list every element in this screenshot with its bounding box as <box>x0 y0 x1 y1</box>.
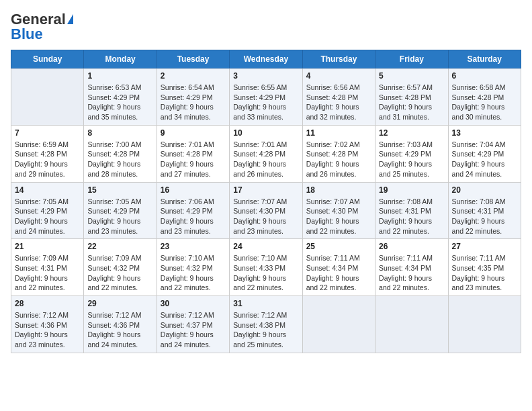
day-info: Sunrise: 7:05 AMSunset: 4:29 PMDaylight:… <box>87 197 152 236</box>
day-info: Sunrise: 7:02 AMSunset: 4:28 PMDaylight:… <box>306 140 371 179</box>
day-number: 31 <box>233 299 298 308</box>
day-info: Sunrise: 7:01 AMSunset: 4:28 PMDaylight:… <box>233 140 298 179</box>
calendar-week-row: 28Sunrise: 7:12 AMSunset: 4:36 PMDayligh… <box>11 296 521 353</box>
day-number: 23 <box>161 242 226 251</box>
day-number: 2 <box>161 71 226 81</box>
day-number: 14 <box>15 185 80 195</box>
day-number: 18 <box>306 185 371 195</box>
logo-triangle-icon <box>67 14 73 24</box>
calendar-week-row: 7Sunrise: 6:59 AMSunset: 4:28 PMDaylight… <box>11 125 521 182</box>
day-number: 28 <box>15 299 80 308</box>
day-number: 30 <box>161 299 226 308</box>
calendar-day-cell: 1Sunrise: 6:53 AMSunset: 4:29 PMDaylight… <box>84 68 157 126</box>
calendar-day-cell: 25Sunrise: 7:11 AMSunset: 4:34 PMDayligh… <box>302 239 375 296</box>
calendar-day-cell <box>448 296 521 353</box>
calendar-day-cell: 11Sunrise: 7:02 AMSunset: 4:28 PMDayligh… <box>302 125 375 182</box>
day-info: Sunrise: 6:55 AMSunset: 4:29 PMDaylight:… <box>233 83 298 122</box>
day-info: Sunrise: 7:03 AMSunset: 4:29 PMDaylight:… <box>379 140 444 179</box>
calendar-day-cell <box>302 296 375 353</box>
calendar-day-cell: 2Sunrise: 6:54 AMSunset: 4:29 PMDaylight… <box>157 68 229 126</box>
day-number: 5 <box>379 71 444 81</box>
calendar-day-cell: 7Sunrise: 6:59 AMSunset: 4:28 PMDaylight… <box>11 125 84 182</box>
calendar-day-cell <box>11 68 84 126</box>
calendar-day-cell: 28Sunrise: 7:12 AMSunset: 4:36 PMDayligh… <box>11 296 84 353</box>
day-info: Sunrise: 6:59 AMSunset: 4:28 PMDaylight:… <box>15 140 80 179</box>
calendar-day-cell: 19Sunrise: 7:08 AMSunset: 4:31 PMDayligh… <box>375 182 448 239</box>
day-number: 1 <box>87 71 152 81</box>
day-number: 20 <box>452 185 517 195</box>
calendar-day-cell: 4Sunrise: 6:56 AMSunset: 4:28 PMDaylight… <box>302 68 375 126</box>
day-number: 21 <box>15 242 80 251</box>
calendar-header: SundayMondayTuesdayWednesdayThursdayFrid… <box>11 50 521 68</box>
day-info: Sunrise: 7:12 AMSunset: 4:38 PMDaylight:… <box>233 310 298 350</box>
calendar-day-cell: 5Sunrise: 6:57 AMSunset: 4:28 PMDaylight… <box>375 68 448 126</box>
day-info: Sunrise: 7:12 AMSunset: 4:36 PMDaylight:… <box>15 310 80 350</box>
day-info: Sunrise: 7:07 AMSunset: 4:30 PMDaylight:… <box>233 197 298 236</box>
day-info: Sunrise: 6:56 AMSunset: 4:28 PMDaylight:… <box>306 83 371 122</box>
day-of-week-header: Monday <box>84 50 157 68</box>
day-info: Sunrise: 7:07 AMSunset: 4:30 PMDaylight:… <box>306 197 371 236</box>
logo: General Blue <box>11 11 73 43</box>
calendar-day-cell: 16Sunrise: 7:06 AMSunset: 4:29 PMDayligh… <box>157 182 229 239</box>
day-info: Sunrise: 7:00 AMSunset: 4:28 PMDaylight:… <box>87 140 152 179</box>
day-number: 3 <box>233 71 298 81</box>
day-number: 7 <box>15 128 80 138</box>
calendar-day-cell: 30Sunrise: 7:12 AMSunset: 4:37 PMDayligh… <box>157 296 229 353</box>
day-number: 11 <box>306 128 371 138</box>
calendar-day-cell: 9Sunrise: 7:01 AMSunset: 4:28 PMDaylight… <box>157 125 229 182</box>
calendar-day-cell: 22Sunrise: 7:09 AMSunset: 4:32 PMDayligh… <box>84 239 157 296</box>
day-number: 22 <box>87 242 152 251</box>
page-header: General Blue <box>11 11 521 43</box>
calendar-day-cell: 21Sunrise: 7:09 AMSunset: 4:31 PMDayligh… <box>11 239 84 296</box>
day-number: 13 <box>452 128 517 138</box>
calendar-day-cell <box>375 296 448 353</box>
day-info: Sunrise: 7:11 AMSunset: 4:34 PMDaylight:… <box>379 253 444 293</box>
day-number: 16 <box>161 185 226 195</box>
day-number: 4 <box>306 71 371 81</box>
calendar-day-cell: 10Sunrise: 7:01 AMSunset: 4:28 PMDayligh… <box>230 125 302 182</box>
day-number: 9 <box>161 128 226 138</box>
calendar-day-cell: 31Sunrise: 7:12 AMSunset: 4:38 PMDayligh… <box>230 296 302 353</box>
day-info: Sunrise: 7:12 AMSunset: 4:37 PMDaylight:… <box>161 310 226 350</box>
calendar-day-cell: 6Sunrise: 6:58 AMSunset: 4:28 PMDaylight… <box>448 68 521 126</box>
day-info: Sunrise: 7:10 AMSunset: 4:33 PMDaylight:… <box>233 253 298 293</box>
calendar-day-cell: 12Sunrise: 7:03 AMSunset: 4:29 PMDayligh… <box>375 125 448 182</box>
calendar-day-cell: 27Sunrise: 7:11 AMSunset: 4:35 PMDayligh… <box>448 239 521 296</box>
calendar-day-cell: 26Sunrise: 7:11 AMSunset: 4:34 PMDayligh… <box>375 239 448 296</box>
day-number: 6 <box>452 71 517 81</box>
days-of-week-row: SundayMondayTuesdayWednesdayThursdayFrid… <box>11 50 521 68</box>
day-number: 10 <box>233 128 298 138</box>
day-info: Sunrise: 6:57 AMSunset: 4:28 PMDaylight:… <box>379 83 444 122</box>
day-info: Sunrise: 6:58 AMSunset: 4:28 PMDaylight:… <box>452 83 517 122</box>
day-info: Sunrise: 7:08 AMSunset: 4:31 PMDaylight:… <box>379 197 444 236</box>
day-info: Sunrise: 7:11 AMSunset: 4:35 PMDaylight:… <box>452 253 517 293</box>
calendar-table: SundayMondayTuesdayWednesdayThursdayFrid… <box>11 50 521 353</box>
day-number: 24 <box>233 242 298 251</box>
day-of-week-header: Sunday <box>11 50 84 68</box>
day-number: 8 <box>87 128 152 138</box>
day-info: Sunrise: 7:12 AMSunset: 4:36 PMDaylight:… <box>87 310 152 350</box>
calendar-day-cell: 14Sunrise: 7:05 AMSunset: 4:29 PMDayligh… <box>11 182 84 239</box>
logo-blue-text: Blue <box>11 26 43 43</box>
day-of-week-header: Wednesday <box>230 50 302 68</box>
calendar-day-cell: 29Sunrise: 7:12 AMSunset: 4:36 PMDayligh… <box>84 296 157 353</box>
day-info: Sunrise: 7:08 AMSunset: 4:31 PMDaylight:… <box>452 197 517 236</box>
day-of-week-header: Saturday <box>448 50 521 68</box>
day-info: Sunrise: 7:04 AMSunset: 4:29 PMDaylight:… <box>452 140 517 179</box>
calendar-day-cell: 20Sunrise: 7:08 AMSunset: 4:31 PMDayligh… <box>448 182 521 239</box>
day-number: 26 <box>379 242 444 251</box>
day-info: Sunrise: 7:09 AMSunset: 4:31 PMDaylight:… <box>15 253 80 293</box>
calendar-day-cell: 13Sunrise: 7:04 AMSunset: 4:29 PMDayligh… <box>448 125 521 182</box>
calendar-day-cell: 23Sunrise: 7:10 AMSunset: 4:32 PMDayligh… <box>157 239 229 296</box>
calendar-day-cell: 3Sunrise: 6:55 AMSunset: 4:29 PMDaylight… <box>230 68 302 126</box>
day-number: 27 <box>452 242 517 251</box>
day-info: Sunrise: 7:10 AMSunset: 4:32 PMDaylight:… <box>161 253 226 293</box>
calendar-day-cell: 8Sunrise: 7:00 AMSunset: 4:28 PMDaylight… <box>84 125 157 182</box>
day-info: Sunrise: 7:06 AMSunset: 4:29 PMDaylight:… <box>161 197 226 236</box>
day-info: Sunrise: 6:53 AMSunset: 4:29 PMDaylight:… <box>87 83 152 122</box>
day-info: Sunrise: 7:01 AMSunset: 4:28 PMDaylight:… <box>161 140 226 179</box>
day-number: 19 <box>379 185 444 195</box>
day-info: Sunrise: 6:54 AMSunset: 4:29 PMDaylight:… <box>161 83 226 122</box>
calendar-day-cell: 15Sunrise: 7:05 AMSunset: 4:29 PMDayligh… <box>84 182 157 239</box>
day-number: 12 <box>379 128 444 138</box>
